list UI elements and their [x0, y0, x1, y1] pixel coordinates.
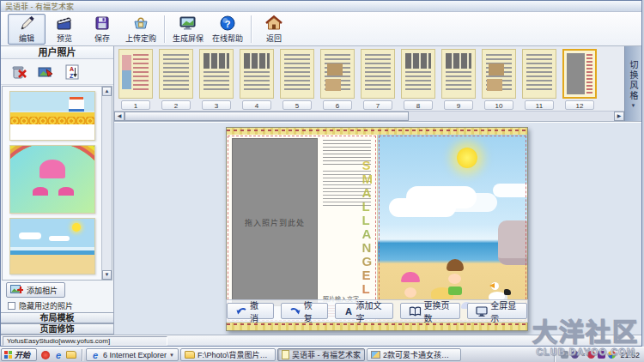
photo-list-scrollbar[interactable]: ▲ ▼ [101, 87, 112, 280]
add-text-button[interactable]: A 添加文字 [335, 303, 393, 319]
windows-flag-icon [4, 351, 12, 359]
tray-collapse-icon[interactable]: « [581, 351, 585, 359]
page-thumbnail-selected[interactable]: 12 [561, 47, 598, 111]
delete-photo-icon[interactable] [9, 63, 28, 81]
scrollbar-thumb[interactable] [125, 112, 409, 121]
page-thumbnail[interactable]: 8 [399, 47, 437, 111]
page-thumbnail[interactable]: 6 [319, 47, 356, 111]
scroll-left-arrow-icon[interactable]: ◀ [114, 112, 125, 121]
page-number-label[interactable]: 3 [202, 100, 231, 110]
sunflower-house-thumbnail [10, 92, 94, 124]
page-preview[interactable] [240, 49, 274, 99]
page-number-label[interactable]: 9 [444, 100, 473, 110]
page-thumbnail[interactable]: 2 [157, 47, 195, 111]
page-number-label[interactable]: 11 [525, 100, 554, 110]
task-button-image-file[interactable]: 2款可爱卡通女孩矢量... [367, 348, 461, 361]
switch-style-button[interactable]: 切换风格 ▼ [624, 46, 641, 121]
layout-template-bar[interactable]: 布局模板 [1, 312, 113, 323]
quick-launch-app-icon[interactable] [40, 350, 51, 360]
page-thumbnail[interactable]: 10 [480, 47, 518, 111]
fullscreen-icon [476, 306, 488, 317]
monitor-icon [179, 15, 197, 32]
task-button-ie-group[interactable]: e 6 Internet Explorer ▼ [86, 348, 179, 361]
page-preview[interactable] [118, 49, 153, 99]
photo-list[interactable]: ▲ ▼ [2, 86, 112, 281]
seagull-graphic [489, 283, 495, 288]
page-thumbnail[interactable]: 11 [520, 47, 558, 111]
page-thumbnail[interactable]: 9 [440, 47, 477, 111]
make-screensaver-button[interactable]: 生成屏保 [168, 14, 208, 45]
redo-button[interactable]: 恢 复 [281, 303, 328, 319]
page-thumbnail[interactable]: 5 [278, 47, 316, 111]
tray-app-icon[interactable] [587, 351, 595, 359]
online-help-button[interactable]: ? 在线帮助 [208, 14, 247, 45]
scroll-right-arrow-icon[interactable]: ▶ [614, 112, 624, 121]
page-thumbnail[interactable]: 7 [359, 47, 397, 111]
tray-app-icon[interactable] [571, 351, 579, 359]
sunflower-house-photo[interactable] [9, 91, 95, 141]
fullscreen-button-label: 全屏显示 [490, 299, 519, 324]
folder-icon [185, 351, 195, 359]
right-page-beach-image[interactable] [378, 135, 528, 322]
fullscreen-button[interactable]: 全屏显示 [467, 303, 527, 319]
page-number-label[interactable]: 7 [363, 100, 392, 110]
start-button[interactable]: 开始 [1, 348, 37, 361]
thumbnail-strip-scrollbar[interactable]: ◀ ▶ [114, 111, 624, 121]
sort-az-icon[interactable]: AZ [63, 63, 82, 81]
save-button[interactable]: 保存 [83, 14, 121, 45]
page-number-label[interactable]: 2 [161, 100, 191, 110]
preview-button[interactable]: 预览 [46, 14, 83, 45]
task-button-active-app[interactable]: 吴语菲 - 有福艺术家 [277, 348, 365, 361]
page-preview[interactable] [361, 49, 395, 99]
user-photos-sidebar: 用户照片 AZ ▲ ▼ 添加相片 [1, 46, 114, 335]
photo-drop-placeholder[interactable]: 拖入照片到此处 [232, 138, 318, 306]
undo-button[interactable]: 撤 消 [227, 303, 274, 319]
page-number-label[interactable]: 10 [484, 100, 513, 110]
undo-icon [235, 306, 247, 317]
add-photo-row: 添加相片 [1, 281, 113, 299]
page-number-label[interactable]: 12 [565, 100, 594, 110]
change-page-count-button[interactable]: 更换页数 [400, 303, 461, 319]
page-number-label[interactable]: 1 [121, 100, 150, 110]
page-preview[interactable] [159, 49, 193, 99]
page-preview[interactable] [280, 49, 314, 99]
left-page[interactable]: 拖入照片到此处 SMALL ANGEL 照片输入文字 [227, 135, 378, 322]
beach-photo[interactable] [9, 218, 95, 275]
status-text: YofusEasyStudio[www.yofus.com] [3, 336, 167, 346]
hide-used-photos-checkbox[interactable] [8, 302, 15, 310]
image-file-icon [371, 351, 380, 359]
task-button-folder[interactable]: F:\Photo\背景图片素... [180, 348, 276, 361]
page-preview[interactable] [199, 49, 234, 99]
page-decoration-bar[interactable]: 页面修饰 [1, 323, 113, 335]
scrollbar-track[interactable] [125, 112, 614, 121]
export-photo-icon[interactable] [36, 63, 55, 81]
rainbow-girl-photo[interactable] [9, 145, 95, 214]
page-preview[interactable] [401, 49, 435, 99]
tray-printer-icon[interactable] [561, 351, 568, 359]
page-thumbnail[interactable]: 3 [197, 47, 235, 111]
page-number-label[interactable]: 5 [283, 100, 312, 110]
tray-app-icon[interactable] [598, 351, 605, 359]
tray-app-icon[interactable] [608, 351, 616, 359]
scroll-down-arrow-icon[interactable]: ▼ [102, 270, 112, 280]
scroll-up-arrow-icon[interactable]: ▲ [102, 87, 112, 96]
cloud-graphic [389, 198, 456, 217]
window-title: 吴语菲 - 有福艺术家 [5, 1, 74, 12]
page-number-label[interactable]: 6 [323, 100, 352, 110]
edit-button[interactable]: 编辑 [8, 14, 46, 45]
upload-order-button[interactable]: 上传定购 [121, 14, 161, 45]
internet-explorer-icon[interactable]: e [53, 350, 64, 360]
page-preview[interactable] [320, 49, 355, 99]
return-button[interactable]: 返回 [255, 14, 293, 45]
add-photo-button[interactable]: 添加相片 [6, 282, 65, 298]
page-number-label[interactable]: 4 [242, 100, 271, 110]
page-thumbnail[interactable]: 1 [117, 47, 155, 111]
page-preview[interactable] [562, 49, 597, 99]
task-label: 2款可爱卡通女孩矢量... [383, 349, 457, 360]
page-preview[interactable] [522, 49, 556, 99]
folder-icon[interactable] [66, 350, 76, 360]
page-preview[interactable] [482, 49, 516, 99]
page-number-label[interactable]: 8 [404, 100, 433, 110]
page-preview[interactable] [441, 49, 476, 99]
page-thumbnail[interactable]: 4 [238, 47, 276, 111]
